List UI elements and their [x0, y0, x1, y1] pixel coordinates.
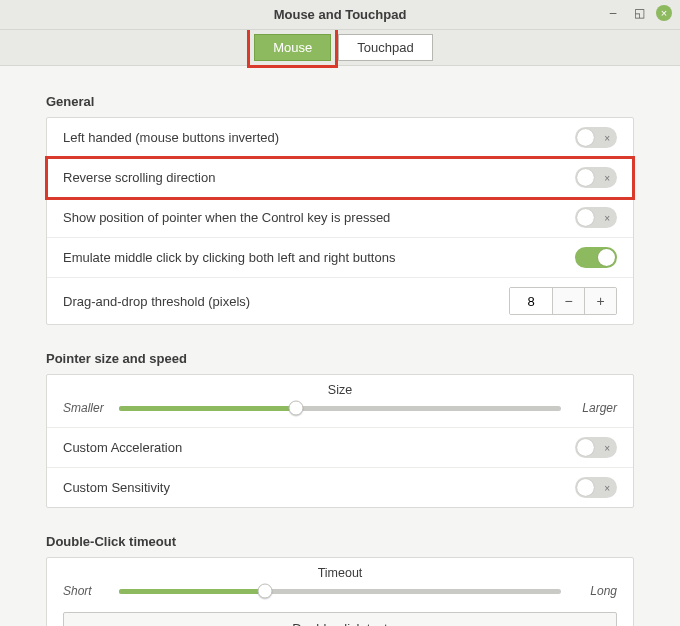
tab-touchpad[interactable]: Touchpad [338, 34, 432, 61]
label-drag-threshold: Drag-and-drop threshold (pixels) [63, 294, 250, 309]
size-slider-min-label: Smaller [63, 401, 109, 415]
size-slider-thumb[interactable] [288, 401, 303, 416]
timeout-slider-max-label: Long [571, 584, 617, 598]
panel-double-click: Timeout Short Long Double-click test [46, 557, 634, 626]
panel-general: Left handed (mouse buttons inverted) × R… [46, 117, 634, 325]
window-title: Mouse and Touchpad [274, 7, 407, 22]
title-bar: Mouse and Touchpad – ◱ × [0, 0, 680, 30]
timeout-slider-thumb[interactable] [257, 584, 272, 599]
timeout-slider-label: Timeout [63, 566, 617, 580]
close-button[interactable]: × [656, 5, 672, 21]
drag-threshold-spinner: − + [509, 287, 617, 315]
toggle-custom-sens[interactable]: × [575, 477, 617, 498]
minimize-button[interactable]: – [604, 4, 622, 22]
toggle-knob [577, 479, 594, 496]
toggle-knob [577, 129, 594, 146]
toggle-off-icon: × [604, 132, 610, 143]
toggle-knob [598, 249, 615, 266]
mouse-tab-highlight: Mouse [247, 27, 338, 68]
toggle-reverse-scroll[interactable]: × [575, 167, 617, 188]
section-label-double-click: Double-Click timeout [46, 534, 634, 549]
timeout-slider-row: Short Long [63, 584, 617, 598]
row-custom-accel: Custom Acceleration × [47, 428, 633, 468]
content-area: General Left handed (mouse buttons inver… [0, 66, 680, 626]
drag-threshold-input[interactable] [510, 288, 552, 314]
row-reverse-scroll: Reverse scrolling direction × [47, 158, 633, 198]
toggle-left-handed[interactable]: × [575, 127, 617, 148]
toggle-off-icon: × [604, 212, 610, 223]
row-emulate-middle: Emulate middle click by clicking both le… [47, 238, 633, 278]
label-custom-sens: Custom Sensitivity [63, 480, 170, 495]
window-controls: – ◱ × [604, 4, 672, 22]
label-left-handed: Left handed (mouse buttons inverted) [63, 130, 279, 145]
toggle-knob [577, 169, 594, 186]
row-drag-threshold: Drag-and-drop threshold (pixels) − + [47, 278, 633, 324]
double-click-test-button[interactable]: Double-click test [63, 612, 617, 626]
toggle-off-icon: × [604, 172, 610, 183]
label-emulate-middle: Emulate middle click by clicking both le… [63, 250, 395, 265]
toggle-off-icon: × [604, 442, 610, 453]
toggle-emulate-middle[interactable] [575, 247, 617, 268]
label-custom-accel: Custom Acceleration [63, 440, 182, 455]
toggle-custom-accel[interactable]: × [575, 437, 617, 458]
toggle-knob [577, 209, 594, 226]
spinner-minus[interactable]: − [552, 288, 584, 314]
row-left-handed: Left handed (mouse buttons inverted) × [47, 118, 633, 158]
timeout-slider-fill [119, 589, 265, 594]
tab-bar: Mouse Touchpad [0, 30, 680, 66]
spinner-plus[interactable]: + [584, 288, 616, 314]
size-slider[interactable] [119, 406, 561, 411]
toggle-show-pointer-ctrl[interactable]: × [575, 207, 617, 228]
size-slider-max-label: Larger [571, 401, 617, 415]
panel-pointer: Size Smaller Larger Custom Acceleration … [46, 374, 634, 508]
section-label-pointer: Pointer size and speed [46, 351, 634, 366]
timeout-slider[interactable] [119, 589, 561, 594]
size-slider-fill [119, 406, 296, 411]
label-show-pointer-ctrl: Show position of pointer when the Contro… [63, 210, 390, 225]
tab-mouse[interactable]: Mouse [254, 34, 331, 61]
size-slider-row: Smaller Larger [63, 401, 617, 415]
row-custom-sens: Custom Sensitivity × [47, 468, 633, 507]
row-show-pointer-ctrl: Show position of pointer when the Contro… [47, 198, 633, 238]
toggle-off-icon: × [604, 482, 610, 493]
toggle-knob [577, 439, 594, 456]
timeout-slider-min-label: Short [63, 584, 109, 598]
size-slider-label: Size [63, 383, 617, 397]
maximize-button[interactable]: ◱ [630, 4, 648, 22]
label-reverse-scroll: Reverse scrolling direction [63, 170, 215, 185]
size-slider-block: Size Smaller Larger [47, 375, 633, 428]
section-label-general: General [46, 94, 634, 109]
